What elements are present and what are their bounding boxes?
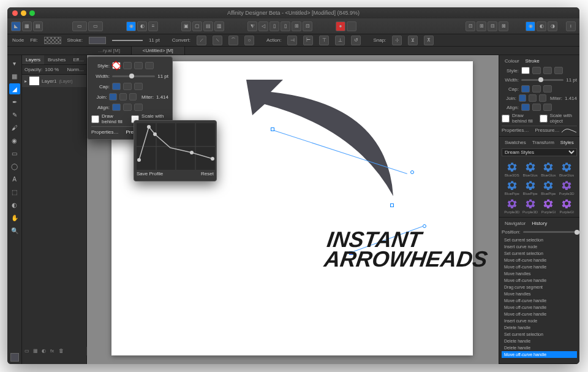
view-button[interactable]: ◑ [548, 21, 557, 31]
width-slider[interactable] [521, 79, 564, 81]
align-outside-button[interactable] [134, 104, 143, 111]
width-slider[interactable] [112, 75, 155, 77]
snap-button[interactable]: ⊡ [466, 21, 475, 31]
arrange-button[interactable]: ▣ [181, 21, 191, 31]
convert-button[interactable]: ○ [244, 36, 254, 45]
move-tool[interactable]: ▾ [9, 58, 20, 69]
zoom-tool[interactable]: 🔍 [9, 225, 20, 236]
history-slider[interactable] [523, 231, 577, 233]
shape-tool[interactable]: ▭ [9, 148, 20, 159]
artboard-tool[interactable]: ▦ [9, 70, 20, 82]
close-window-button[interactable] [12, 10, 18, 16]
curve-handle[interactable] [410, 170, 414, 174]
history-item[interactable]: Delete handle [502, 338, 577, 344]
history-item[interactable]: Move off-curve handle [502, 257, 577, 264]
toolbar-button[interactable]: ◐ [137, 21, 147, 31]
history-item[interactable]: Move off-curve handle [502, 297, 577, 304]
history-item[interactable]: Insert curve node [502, 317, 577, 324]
action-button[interactable]: ⊢ [303, 36, 313, 45]
history-item[interactable]: Delete handle [502, 344, 577, 351]
toolbar-button[interactable] [347, 21, 356, 31]
align-button[interactable]: ◁ [258, 21, 268, 31]
history-item[interactable]: Move off-curve handle [502, 304, 577, 311]
align-button[interactable]: ⊞ [292, 21, 301, 31]
properties-button[interactable]: Properties… [502, 127, 529, 133]
join-bevel-button[interactable] [129, 93, 137, 101]
action-button[interactable]: ⊤ [319, 36, 329, 45]
add-group-icon[interactable]: ▦ [33, 348, 39, 354]
action-button[interactable]: ⊣ [287, 36, 297, 45]
history-item[interactable]: Delete handle [502, 324, 577, 331]
style-swatch-item[interactable]: PurpleGl [540, 197, 557, 214]
style-swatch-item[interactable]: BluePipe [503, 178, 521, 195]
layers-tab[interactable]: Layers [22, 55, 44, 64]
view-button[interactable]: ◐ [537, 21, 546, 31]
align-center-button[interactable] [112, 104, 121, 111]
align-inside[interactable] [532, 104, 541, 111]
history-item[interactable]: Move handles [502, 270, 577, 277]
style-brush-button[interactable] [145, 62, 154, 69]
hand-tool[interactable]: ✋ [9, 212, 20, 223]
cap-butt[interactable] [521, 85, 530, 93]
color-picker-tool[interactable]: ◐ [9, 199, 20, 210]
history-item[interactable]: Move off-curve handle [502, 264, 577, 270]
history-tab[interactable]: History [529, 219, 550, 227]
align-button[interactable]: ⊡ [303, 21, 312, 31]
foreground-color[interactable] [10, 353, 19, 362]
text-frame-tool[interactable]: ⬚ [9, 186, 20, 197]
colour-tab[interactable]: Colour [502, 56, 522, 65]
cap-round[interactable] [532, 85, 541, 93]
snap-button[interactable]: ⊼ [424, 36, 434, 45]
style-solid[interactable] [532, 67, 541, 74]
history-item[interactable]: Move off-curve handle [502, 311, 577, 317]
style-swatch-item[interactable]: BlueGlos [558, 160, 575, 177]
styles-tab[interactable]: Styles [557, 138, 577, 146]
style-dash[interactable] [543, 67, 552, 74]
cap-round-button[interactable] [123, 83, 132, 90]
style-none[interactable] [521, 67, 530, 74]
style-swatch-item[interactable]: BluePipe [522, 178, 539, 195]
cap-square-button[interactable] [134, 83, 143, 90]
toolbar-button[interactable]: ◉ [126, 21, 136, 31]
style-brush[interactable] [554, 67, 563, 74]
join-bevel[interactable] [539, 94, 546, 102]
history-item[interactable]: Set current selection [502, 250, 577, 257]
layer-expand-icon[interactable]: ▸ [24, 78, 27, 84]
join-round[interactable] [529, 94, 536, 102]
history-item[interactable]: Move handles [502, 290, 577, 297]
cap-square[interactable] [543, 85, 552, 93]
style-swatch-item[interactable]: PurpleGl [558, 197, 575, 214]
arrange-button[interactable]: ▤ [203, 21, 213, 31]
properties-button[interactable]: Properties… [91, 129, 118, 135]
pressure-button[interactable]: Pressure… [535, 127, 559, 133]
record-button[interactable]: ● [336, 21, 345, 31]
history-item[interactable]: Move off-curve handle [502, 351, 577, 358]
transform-tab[interactable]: Transform [529, 138, 557, 146]
join-round-button[interactable] [119, 93, 127, 101]
document-tab[interactable]: …ry.ai [M] [87, 47, 132, 55]
history-item[interactable]: Drag curve segment [502, 284, 577, 290]
text-tool[interactable]: A [9, 173, 20, 184]
action-button[interactable]: ⊥ [335, 36, 345, 45]
persona-designer-icon[interactable]: ◣ [11, 21, 21, 31]
fill-tool[interactable]: ◉ [9, 135, 20, 146]
join-miter-button[interactable] [109, 93, 116, 101]
draw-behind-checkbox[interactable] [91, 115, 99, 123]
style-swatch-item[interactable]: BlueGlos [522, 160, 539, 177]
align-button[interactable]: ⧨ [247, 21, 257, 31]
convert-button[interactable]: ⟍ [213, 36, 222, 45]
mask-icon[interactable]: ◐ [42, 348, 48, 354]
draw-behind-checkbox[interactable] [502, 115, 510, 123]
color-selector-2-button[interactable]: ▭ [88, 21, 103, 31]
minimize-window-button[interactable] [21, 10, 26, 16]
convert-button[interactable]: ⌒ [228, 36, 238, 45]
style-dash-button[interactable] [134, 62, 143, 69]
align-center[interactable] [521, 104, 530, 111]
style-swatch-item[interactable]: Purple3D [522, 197, 539, 214]
color-selector-button[interactable]: ▭ [72, 21, 87, 31]
history-item[interactable]: Insert curve node [502, 243, 577, 250]
reset-button[interactable]: Reset [201, 171, 214, 177]
curve-node[interactable] [390, 203, 394, 207]
snap-button[interactable]: ⊻ [408, 36, 418, 45]
node-tool[interactable]: ◢ [9, 83, 20, 94]
